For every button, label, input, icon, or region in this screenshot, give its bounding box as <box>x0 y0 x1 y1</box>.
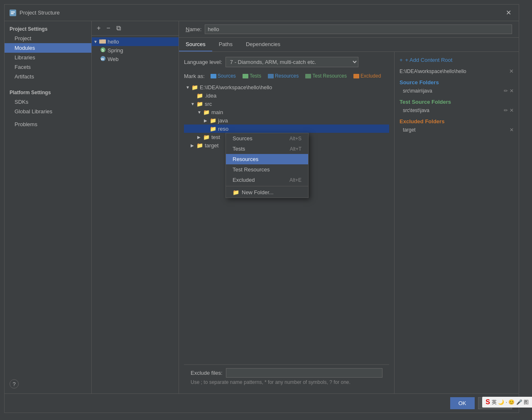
app-icon <box>10 10 16 16</box>
main-folder-icon: 📁 <box>203 109 210 115</box>
sidebar-item-facets[interactable]: Facets <box>5 62 91 72</box>
test-folder-label: test <box>211 134 220 140</box>
test-folder-row: src\test\java ✏ ✕ <box>400 107 514 114</box>
sidebar-item-problems[interactable]: Problems <box>5 120 91 129</box>
spring-icon: S <box>100 47 106 54</box>
watermark: S 英 🌙 · 😊 🎤 图 <box>482 397 532 408</box>
excluded-folders-section: Excluded Folders target ✕ <box>400 118 514 134</box>
remove-module-button[interactable]: − <box>105 24 112 33</box>
tabs-bar: Sources Paths Dependencies <box>179 38 519 52</box>
test-folder-icon: 📁 <box>203 134 210 140</box>
close-button[interactable]: ✕ <box>503 8 514 17</box>
ctx-item-test-resources[interactable]: Test Resources <box>226 164 308 175</box>
sidebar-item-global-libraries[interactable]: Global Libraries <box>5 107 91 116</box>
language-level-label: Language level: <box>184 59 222 65</box>
mark-resources-badge[interactable]: Resources <box>265 72 301 80</box>
idea-folder-label: .idea <box>205 93 216 99</box>
dialog-body: Project Settings Project Modules Librari… <box>5 21 519 393</box>
module-tree-panel: + − ⧉ ▼ hello <box>92 21 179 393</box>
svg-text:W: W <box>101 57 104 61</box>
source-folders-title: Source Folders <box>400 79 514 85</box>
exclude-files-row: Exclude files: <box>191 368 382 378</box>
tree-node-hello[interactable]: ▼ hello <box>92 37 179 46</box>
tests-badge-icon <box>243 74 248 78</box>
tree-toolbar: + − ⧉ <box>92 21 179 36</box>
dialog-title: Project Structure <box>20 10 60 16</box>
sources-badge-icon <box>211 74 216 78</box>
mark-tests-badge[interactable]: Tests <box>240 72 264 80</box>
test-resources-badge-icon <box>305 74 311 78</box>
copy-module-button[interactable]: ⧉ <box>115 24 123 33</box>
right-panel: + + Add Content Root E:\IDEA\workspace\h… <box>394 52 519 393</box>
add-module-button[interactable]: + <box>95 24 102 33</box>
ctx-item-excluded[interactable]: Excluded Alt+E <box>226 175 308 185</box>
tab-paths[interactable]: Paths <box>212 38 239 51</box>
file-tree-resources[interactable]: ▶ 📁 reso <box>184 125 389 133</box>
src-folder-label: src <box>205 101 212 107</box>
idea-folder-icon: 📁 <box>196 93 203 99</box>
node-label-web: Web <box>108 56 119 62</box>
tab-sources[interactable]: Sources <box>179 38 212 51</box>
test-source-folders-title: Test Source Folders <box>400 99 514 105</box>
sidebar-item-artifacts[interactable]: Artifacts <box>5 72 91 81</box>
test-folder-path: src\test\java <box>403 107 429 113</box>
excluded-folder-actions: ✕ <box>510 127 514 133</box>
excluded-folder-remove-button[interactable]: ✕ <box>510 127 514 133</box>
file-tree-idea[interactable]: ▶ 📁 .idea <box>184 91 389 100</box>
source-folder-edit-button[interactable]: ✏ <box>504 88 508 94</box>
mark-excluded-badge[interactable]: Excluded <box>351 72 383 80</box>
file-tree-java[interactable]: ▶ 📁 java <box>184 116 389 125</box>
ctx-item-sources[interactable]: Sources Alt+S <box>226 133 308 144</box>
file-tree-src[interactable]: ▼ 📁 src <box>184 100 389 108</box>
ctx-item-resources[interactable]: Resources <box>226 154 308 164</box>
name-input[interactable] <box>205 24 512 34</box>
ctx-item-tests[interactable]: Tests Alt+T <box>226 144 308 154</box>
sidebar-item-libraries[interactable]: Libraries <box>5 53 91 62</box>
node-label-hello: hello <box>108 39 119 45</box>
test-folder-edit-button[interactable]: ✏ <box>504 107 508 113</box>
folder-icon-hello <box>99 38 106 45</box>
test-folder-actions: ✏ ✕ <box>504 107 514 113</box>
sidebar: Project Settings Project Modules Librari… <box>5 21 92 393</box>
web-icon: W <box>100 56 106 63</box>
ctx-item-new-folder[interactable]: 📁 New Folder... <box>226 187 308 198</box>
exclude-files-input[interactable] <box>226 368 382 378</box>
tree-node-spring[interactable]: S Spring <box>92 46 179 55</box>
ok-button[interactable]: OK <box>450 397 475 409</box>
test-folder-remove-button[interactable]: ✕ <box>510 107 514 113</box>
source-folder-actions: ✏ ✕ <box>504 88 514 94</box>
resources-badge-icon <box>268 74 274 78</box>
add-icon: + <box>400 57 403 63</box>
java-folder-label: java <box>218 117 228 124</box>
source-folder-path: src\main\java <box>403 88 432 94</box>
language-level-row: Language level: 7 - Diamonds, ARM, multi… <box>184 57 389 67</box>
name-bar: Name: <box>179 21 519 38</box>
new-folder-icon: 📁 <box>233 189 239 195</box>
close-content-root-button[interactable]: ✕ <box>509 68 514 74</box>
svg-rect-2 <box>11 13 14 14</box>
target-folder-icon: 📁 <box>196 142 203 149</box>
main-content: Name: Sources Paths Dependencies <box>179 21 519 393</box>
expand-arrow-hello: ▼ <box>93 39 99 44</box>
mark-test-resources-badge[interactable]: Test Resources <box>303 72 349 80</box>
help-button[interactable]: ? <box>10 379 19 388</box>
add-content-root-button[interactable]: + + Add Content Root <box>400 57 514 63</box>
sidebar-item-modules[interactable]: Modules <box>5 43 91 53</box>
context-menu: Sources Alt+S Tests Alt+T Resources <box>226 133 309 198</box>
tree-node-web[interactable]: W Web <box>92 55 179 63</box>
file-tree-root-label: E:\IDEA\workspace\hello\hello <box>200 84 272 90</box>
tab-dependencies[interactable]: Dependencies <box>239 38 287 51</box>
mark-as-row: Mark as: Sources Tests Resources <box>184 72 389 80</box>
resources-folder-icon: 📁 <box>210 126 216 132</box>
module-tree: ▼ hello S <box>92 36 179 393</box>
file-tree-root[interactable]: ▼ 📁 E:\IDEA\workspace\hello\hello <box>184 83 389 91</box>
mark-sources-badge[interactable]: Sources <box>208 72 238 80</box>
file-tree-main[interactable]: ▼ 📁 main <box>184 108 389 116</box>
excluded-folder-path: target <box>403 127 416 133</box>
resources-folder-label: reso <box>218 126 228 132</box>
root-folder-icon: 📁 <box>191 84 198 90</box>
sidebar-item-project[interactable]: Project <box>5 34 91 43</box>
language-level-select[interactable]: 7 - Diamonds, ARM, multi-catch etc. 8 - … <box>226 57 358 67</box>
source-folder-remove-button[interactable]: ✕ <box>510 88 514 94</box>
sidebar-item-sdks[interactable]: SDKs <box>5 97 91 107</box>
